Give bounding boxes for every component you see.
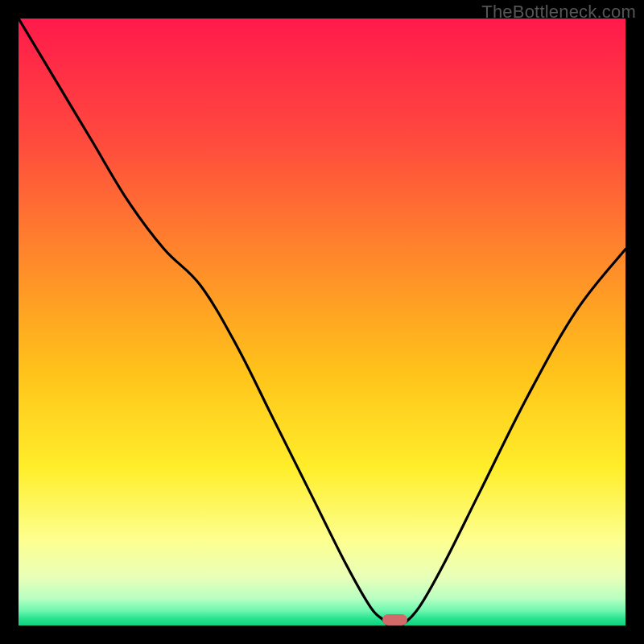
optimum-marker [382, 614, 407, 625]
plot-area [19, 19, 625, 625]
watermark-text: TheBottleneck.com [481, 2, 636, 23]
bottleneck-curve [19, 19, 625, 625]
chart-frame: TheBottleneck.com [0, 0, 644, 644]
